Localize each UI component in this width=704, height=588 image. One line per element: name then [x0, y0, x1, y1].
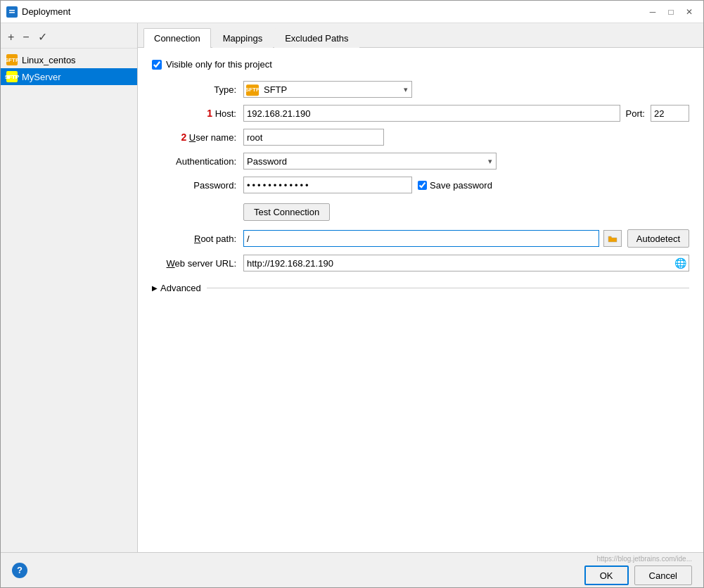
form-area: Visible only for this project Type: SFTP…	[138, 48, 703, 552]
password-label: Password:	[152, 180, 243, 191]
password-input[interactable]	[243, 177, 412, 193]
visible-only-checkbox[interactable]	[152, 60, 162, 70]
root-path-row: Root path: Autodetect	[152, 229, 689, 248]
sidebar-item-label: MyServer	[22, 72, 61, 82]
username-label: 2 User name:	[152, 132, 243, 143]
web-url-label: Web server URL:	[152, 258, 243, 269]
port-label: Port:	[626, 108, 645, 119]
type-row: Type: SFTP SFTP FTP FTPS Local or mounte…	[152, 81, 689, 98]
password-row: Password: Save password	[152, 177, 689, 193]
advanced-section: ▶ Advanced	[152, 280, 689, 296]
right-panel: Connection Mappings Excluded Paths Visib…	[138, 23, 703, 552]
advanced-toggle-button[interactable]: ▶ Advanced	[152, 280, 201, 296]
svg-rect-1	[9, 10, 15, 11]
title-bar: Deployment ─ □ ✕	[1, 1, 703, 23]
ok-button[interactable]: OK	[584, 565, 629, 585]
sidebar-toolbar: + − ✓	[1, 26, 137, 49]
root-path-label: Root path:	[152, 234, 243, 244]
save-password-label[interactable]: Save password	[430, 180, 492, 191]
folder-icon	[608, 234, 617, 243]
port-input[interactable]	[651, 105, 689, 122]
username-input[interactable]	[243, 129, 384, 146]
host-input[interactable]	[243, 105, 620, 122]
check-button[interactable]: ✓	[35, 29, 50, 45]
save-password-group: Save password	[418, 180, 492, 191]
minimize-button[interactable]: ─	[644, 4, 661, 20]
window-controls: ─ □ ✕	[644, 4, 698, 20]
cancel-button[interactable]: Cancel	[634, 565, 692, 585]
host-label: 1 Host:	[152, 108, 243, 119]
save-password-checkbox[interactable]	[418, 181, 427, 190]
auth-label: Authentication:	[152, 156, 243, 167]
advanced-label: Advanced	[160, 283, 201, 293]
sidebar: + − ✓ SFTP Linux_centos SFTP MyServer	[1, 23, 138, 552]
maximize-button[interactable]: □	[663, 4, 679, 20]
type-select-wrapper: SFTP SFTP FTP FTPS Local or mounted fold…	[243, 81, 412, 98]
dialog-window: Deployment ─ □ ✕ + − ✓ SFTP Linux_centos…	[0, 0, 704, 588]
root-path-input-group	[243, 230, 622, 247]
bottom-bar: ? https://blog.jetbrains.com/ide... OK C…	[1, 552, 703, 587]
test-connection-button[interactable]: Test Connection	[243, 203, 330, 221]
autodetect-button[interactable]: Autodetect	[627, 229, 689, 248]
type-select[interactable]: SFTP FTP FTPS Local or mounted folder	[243, 81, 412, 98]
tab-mappings[interactable]: Mappings	[212, 28, 273, 48]
visible-only-row: Visible only for this project	[152, 59, 689, 70]
web-url-input-group: 🌐	[243, 255, 689, 271]
username-row: 2 User name:	[152, 129, 689, 146]
main-content: + − ✓ SFTP Linux_centos SFTP MyServer Co…	[1, 23, 703, 552]
remove-server-button[interactable]: −	[20, 30, 32, 45]
browse-button[interactable]	[603, 230, 622, 247]
dialog-buttons: OK Cancel	[584, 565, 692, 585]
tab-excluded-paths[interactable]: Excluded Paths	[274, 28, 359, 48]
auth-row: Authentication: Password Key pair (OpenS…	[152, 153, 689, 170]
auth-select[interactable]: Password Key pair (OpenSSH or PuTTY) Ope…	[243, 153, 497, 170]
add-server-button[interactable]: +	[5, 30, 17, 45]
help-button[interactable]: ?	[12, 563, 27, 578]
advanced-chevron-icon: ▶	[152, 284, 158, 292]
test-connection-row: Test Connection	[152, 200, 689, 229]
host-row: 1 Host: Port:	[152, 105, 689, 122]
bottom-link: https://blog.jetbrains.com/ide...	[596, 555, 692, 563]
sidebar-item-myserver[interactable]: SFTP MyServer	[1, 68, 137, 85]
type-label: Type:	[152, 84, 243, 95]
close-button[interactable]: ✕	[681, 4, 698, 20]
web-url-input[interactable]	[243, 255, 689, 271]
web-url-row: Web server URL: 🌐	[152, 255, 689, 271]
app-icon	[6, 6, 18, 18]
sidebar-item-label: Linux_centos	[22, 55, 76, 65]
sftp-icon: SFTP	[6, 54, 18, 65]
auth-select-wrapper: Password Key pair (OpenSSH or PuTTY) Ope…	[243, 153, 497, 170]
globe-icon[interactable]: 🌐	[674, 257, 686, 269]
advanced-separator	[207, 288, 689, 288]
deployment-icon	[7, 7, 17, 17]
svg-rect-2	[9, 12, 15, 13]
window-title: Deployment	[22, 6, 644, 17]
host-input-group: Port:	[243, 105, 689, 122]
root-path-input[interactable]	[243, 230, 599, 247]
sidebar-item-linux-centos[interactable]: SFTP Linux_centos	[1, 51, 137, 68]
visible-only-label[interactable]: Visible only for this project	[166, 59, 272, 70]
tab-bar: Connection Mappings Excluded Paths	[138, 23, 703, 48]
sftp-icon: SFTP	[6, 71, 18, 82]
password-input-group: Save password	[243, 177, 689, 193]
tab-connection[interactable]: Connection	[143, 28, 211, 48]
